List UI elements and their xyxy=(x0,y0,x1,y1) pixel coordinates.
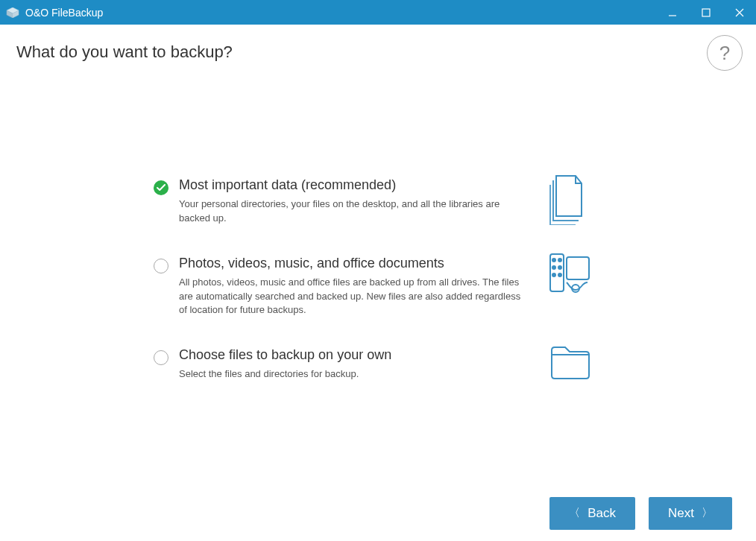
maximize-button[interactable] xyxy=(689,0,722,25)
option-media[interactable]: Photos, videos, music, and office docume… xyxy=(154,256,616,318)
option-text: Most important data (recommended) Your p… xyxy=(179,177,529,226)
footer: 〈 Back Next 〉 xyxy=(0,485,756,541)
files-icon xyxy=(549,174,589,228)
option-most-important[interactable]: Most important data (recommended) Your p… xyxy=(154,177,616,226)
titlebar: O&O FileBackup xyxy=(0,0,756,25)
app-icon xyxy=(6,6,19,19)
help-icon: ? xyxy=(719,43,730,63)
svg-rect-1 xyxy=(702,9,710,16)
radio-selected-icon xyxy=(154,180,168,195)
backup-options: Most important data (recommended) Your p… xyxy=(154,177,616,382)
back-label: Back xyxy=(588,506,616,521)
next-label: Next xyxy=(668,506,694,521)
media-icon xyxy=(549,253,592,297)
next-button[interactable]: Next 〉 xyxy=(649,497,732,530)
main-content: What do you want to backup? ? Most impor… xyxy=(0,25,756,485)
window-title: O&O FileBackup xyxy=(25,7,655,19)
option-title: Most important data (recommended) xyxy=(179,177,529,193)
page-title: What do you want to backup? xyxy=(16,42,740,62)
chevron-right-icon: 〉 xyxy=(702,506,713,520)
radio-unselected-icon xyxy=(154,259,168,273)
svg-point-6 xyxy=(558,259,561,262)
option-title: Photos, videos, music, and office docume… xyxy=(179,256,529,271)
radio-unselected-icon xyxy=(154,350,168,365)
option-description: Select the files and directories for bac… xyxy=(179,367,529,382)
option-choose-files[interactable]: Choose files to backup on your own Selec… xyxy=(154,347,616,382)
svg-rect-11 xyxy=(567,257,589,279)
option-text: Photos, videos, music, and office docume… xyxy=(179,256,529,318)
option-description: All photos, videos, music and office fil… xyxy=(179,276,529,318)
option-title: Choose files to backup on your own xyxy=(179,347,529,363)
option-text: Choose files to backup on your own Selec… xyxy=(179,347,529,382)
folder-icon xyxy=(549,344,592,383)
svg-point-9 xyxy=(552,273,555,276)
svg-point-10 xyxy=(558,273,561,276)
chevron-left-icon: 〈 xyxy=(569,506,580,520)
help-button[interactable]: ? xyxy=(707,35,743,71)
svg-point-8 xyxy=(558,266,561,269)
minimize-button[interactable] xyxy=(655,0,689,25)
back-button[interactable]: 〈 Back xyxy=(549,497,635,530)
window-controls xyxy=(655,0,756,25)
svg-point-7 xyxy=(552,266,555,269)
svg-point-5 xyxy=(552,259,555,262)
option-description: Your personal directories, your files on… xyxy=(179,197,529,226)
close-button[interactable] xyxy=(722,0,756,25)
